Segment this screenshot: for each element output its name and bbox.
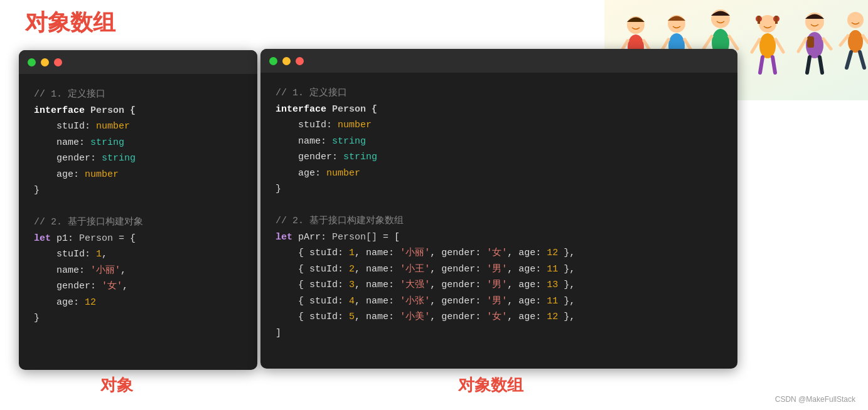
right-prop-gender: gender: string	[276, 149, 722, 166]
watermark: CSDN @MakeFullStack	[775, 395, 855, 404]
page-title: 对象数组	[25, 8, 115, 38]
left-title-bar	[19, 50, 257, 74]
left-obj-gender: gender: '女',	[34, 278, 242, 295]
right-arr-item-1: { stuId: 1, name: '小丽', gender: '女', age…	[276, 245, 722, 261]
left-comment1: // 1. 定义接口	[34, 87, 242, 103]
right-title-bar	[260, 49, 737, 73]
dot-yellow-right	[282, 57, 291, 65]
right-arr-item-4: { stuId: 4, name: '小张', gender: '男', age…	[276, 293, 722, 310]
svg-point-34	[847, 12, 864, 28]
left-prop-gender: gender: string	[34, 150, 242, 167]
svg-point-20	[759, 33, 776, 58]
svg-point-35	[848, 30, 863, 53]
dot-green-right	[269, 57, 277, 65]
dot-yellow-left	[41, 58, 49, 66]
left-comment2: // 2. 基于接口构建对象	[34, 214, 242, 231]
left-code-window: // 1. 定义接口 interface Person { stuId: num…	[19, 50, 257, 370]
right-comment1: // 1. 定义接口	[276, 85, 722, 102]
left-interface-line: interface Person {	[34, 103, 242, 119]
left-obj-age: age: 12	[34, 295, 242, 311]
right-arr-item-5: { stuId: 5, name: '小美', gender: '女', age…	[276, 309, 722, 325]
svg-line-32	[807, 57, 810, 73]
left-prop-stuid: stuId: number	[34, 118, 242, 135]
label-object: 对象	[100, 374, 133, 396]
label-array: 对象数组	[458, 374, 523, 396]
dot-red-left	[54, 58, 62, 66]
right-arr-item-3: { stuId: 3, name: '大强', gender: '男', age…	[276, 277, 722, 293]
right-code-window: // 1. 定义接口 interface Person { stuId: num…	[260, 49, 737, 369]
left-code-body: // 1. 定义接口 interface Person { stuId: num…	[19, 74, 257, 339]
right-close-bracket: ]	[276, 325, 722, 342]
svg-line-33	[820, 57, 822, 73]
left-prop-age: age: number	[34, 167, 242, 183]
right-interface-line: interface Person {	[276, 102, 722, 118]
dot-red-right	[296, 57, 304, 65]
left-prop-name: name: string	[34, 135, 242, 151]
left-obj-stuid: stuId: 1,	[34, 246, 242, 263]
svg-rect-29	[807, 36, 814, 48]
right-prop-stuid: stuId: number	[276, 117, 722, 134]
right-arr-item-2: { stuId: 2, name: '小王', gender: '男', age…	[276, 261, 722, 278]
svg-line-23	[760, 57, 763, 73]
right-code-body: // 1. 定义接口 interface Person { stuId: num…	[260, 73, 737, 354]
left-close-brace2: }	[34, 310, 242, 327]
svg-line-24	[773, 57, 775, 73]
right-prop-name: name: string	[276, 134, 722, 150]
right-let-line: let pArr: Person[] = [	[276, 229, 722, 246]
left-close-brace1: }	[34, 182, 242, 199]
right-close-brace1: }	[276, 181, 722, 197]
left-let-line: let p1: Person = {	[34, 231, 242, 247]
right-prop-age: age: number	[276, 166, 722, 182]
right-comment2: // 2. 基于接口构建对象数组	[276, 213, 722, 229]
dot-green-left	[28, 58, 36, 66]
left-obj-name: name: '小丽',	[34, 263, 242, 279]
